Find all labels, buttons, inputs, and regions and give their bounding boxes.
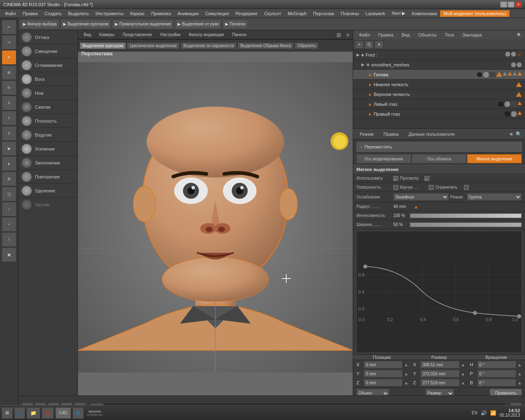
rot-p-up[interactable]: ▲	[518, 372, 522, 376]
sculpt-fill[interactable]: Заполнение	[18, 156, 78, 170]
menu-animation[interactable]: Анимация	[174, 10, 202, 17]
render-tool[interactable]: ▶	[2, 141, 16, 156]
psr-size[interactable]: Размер	[414, 355, 465, 360]
menu-tools[interactable]: Инструменты	[92, 10, 127, 17]
poly-mode[interactable]: ▣	[2, 247, 16, 262]
om-upper-jaw[interactable]: ▲ Верхняя челюсть	[353, 89, 525, 99]
start-btn[interactable]: ⊞	[2, 407, 13, 419]
menu-edit[interactable]: Правка	[19, 10, 41, 17]
preview-checkbox[interactable]	[425, 176, 429, 181]
psr-rotation[interactable]: Вращение	[471, 355, 522, 360]
playback-tool[interactable]: ⏵	[2, 156, 16, 171]
pos-z-field[interactable]: 0 mm	[364, 379, 402, 386]
fred-close-icon[interactable]: ✕	[517, 52, 522, 58]
width-slider[interactable]	[410, 222, 522, 227]
ie-btn[interactable]: e	[14, 407, 25, 419]
om-tab-objects[interactable]: Объекты	[415, 32, 439, 38]
attr-search-icon[interactable]: 🔍	[516, 131, 522, 137]
pos-x-field[interactable]: 0 mm	[364, 361, 402, 368]
attr-tab-mode[interactable]: Режим	[356, 131, 377, 137]
y-axis[interactable]: Y	[2, 111, 16, 126]
om-group-btn[interactable]: G	[365, 41, 374, 49]
fred-vis-dot[interactable]	[505, 52, 510, 57]
z-axis[interactable]: Z	[2, 126, 16, 141]
move-button[interactable]: + Переместить	[356, 142, 522, 152]
vp-panels-menu[interactable]: Панели	[230, 32, 249, 38]
opera-btn[interactable]: O	[42, 407, 54, 419]
om-fred[interactable]: ▶ ♦ Fred : ✕	[353, 50, 525, 60]
radius-up-icon[interactable]: ▲	[414, 204, 418, 209]
fred-render-dot[interactable]	[511, 52, 516, 57]
sculpt-eraser[interactable]: Ластик	[18, 198, 78, 212]
sm-render-dot[interactable]	[517, 62, 522, 67]
om-smoothed-meshes[interactable]: ▶ ◈ smoothed_meshes	[353, 60, 525, 70]
sculpt-inflate[interactable]: Вздутие	[18, 128, 78, 142]
viewport-canvas[interactable]: Перспектива	[78, 39, 353, 395]
limit-checkbox[interactable]	[464, 185, 469, 190]
redo-tool[interactable]: ↪	[2, 35, 16, 50]
vp-maximize-btn[interactable]: ⊞	[336, 32, 341, 38]
grid-tool[interactable]: ⊞	[2, 171, 16, 186]
polygon-selection-btn[interactable]: ▶ Полигон	[222, 19, 248, 29]
sculpt-knife[interactable]: Нож	[18, 86, 78, 100]
rot-p-field[interactable]: 0 °	[477, 370, 516, 377]
size-y-up[interactable]: ▲	[461, 372, 465, 376]
om-head[interactable]: ▲ Голова	[353, 70, 525, 80]
sculpt-flat[interactable]: Плоскость	[18, 114, 78, 128]
move-tool[interactable]: ✥	[2, 50, 16, 65]
point-mode[interactable]: •	[2, 217, 16, 232]
size-type-select[interactable]: Размер	[425, 389, 454, 396]
menu-mymodeling[interactable]: Мой моделинг (пользователь)	[440, 10, 509, 17]
menu-render[interactable]: Рендеринг	[232, 10, 261, 17]
attr-arrow-icon[interactable]: ◀	[509, 131, 512, 137]
surface-checkbox[interactable]	[393, 185, 398, 190]
menu-create[interactable]: Создать	[41, 10, 65, 17]
vp-filter-menu[interactable]: Фильтр индикации	[186, 32, 226, 38]
pos-y-field[interactable]: 0 mm	[364, 370, 402, 377]
menu-mograph[interactable]: MoGraph	[284, 10, 310, 17]
rot-h-up[interactable]: ▲	[518, 363, 522, 367]
om-lower-jaw[interactable]: ▲ Нижняя челюсть	[353, 80, 525, 89]
skype-btn[interactable]: S	[73, 407, 84, 419]
rubber-checkbox[interactable]	[429, 185, 434, 190]
menu-plugins[interactable]: Плагины	[338, 10, 363, 17]
om-left-eye[interactable]: ▲ Левый глаз	[353, 99, 525, 109]
size-z-field[interactable]: 277.518 mm	[420, 379, 459, 386]
object-type-select[interactable]: Объект	[356, 389, 389, 396]
attr-tab-edit[interactable]: Правка	[380, 131, 402, 137]
c4d-btn[interactable]: C4D	[55, 407, 71, 419]
sculpt-amplify[interactable]: Усиление	[18, 142, 78, 156]
om-tab-bookmarks[interactable]: Закладка	[460, 32, 484, 38]
rot-h-field[interactable]: 0 °	[477, 361, 516, 368]
vp-representation-menu[interactable]: Представление	[120, 32, 155, 38]
size-y-field[interactable]: 372.016 mm	[420, 370, 459, 377]
menu-character[interactable]: Персонаж	[310, 10, 337, 17]
sculpt-smoothing[interactable]: Сглаживание	[18, 58, 78, 72]
size-x-field[interactable]: 308.51 mm	[420, 361, 459, 368]
size-x-up[interactable]: ▲	[461, 363, 465, 367]
filter-selection-btn[interactable]: ▶ Фильтр выбора	[20, 19, 59, 29]
sculpt-compress[interactable]: Сжатие	[18, 100, 78, 114]
sculpt-repeat[interactable]: Повторение	[18, 170, 78, 184]
pos-x-up[interactable]: ▲	[404, 363, 408, 367]
object-mode[interactable]: ○	[2, 202, 16, 217]
maximize-button[interactable]: □	[508, 2, 514, 7]
om-delete-btn[interactable]: ✕	[374, 41, 383, 49]
menu-select[interactable]: Выделить	[65, 10, 92, 17]
vp-options-btn[interactable]: ≡	[346, 32, 349, 38]
scale-tool[interactable]: ⊞	[2, 65, 16, 80]
rot-b-field[interactable]: 0 °	[477, 379, 516, 386]
sm-vis-dot[interactable]	[511, 62, 516, 67]
mode-select[interactable]: Группа	[467, 193, 522, 201]
om-tab-view[interactable]: Вид	[399, 32, 412, 38]
om-right-eye[interactable]: ▲ Правый глаз	[353, 109, 525, 119]
perspective-tool[interactable]: ◫	[2, 187, 16, 201]
axis-tab-model[interactable]: Ось моделирования	[356, 154, 411, 163]
om-add-btn[interactable]: +	[355, 41, 364, 49]
vp-settings-menu[interactable]: Настройки	[158, 32, 183, 38]
om-tab-edit[interactable]: Правка	[376, 32, 396, 38]
vp-view-menu[interactable]: Вид	[81, 32, 94, 38]
menu-snap[interactable]: Привязка	[148, 10, 174, 17]
sculpt-ottisk[interactable]: Оттиск	[18, 30, 78, 44]
menu-mesh[interactable]: Каркас	[127, 10, 148, 17]
